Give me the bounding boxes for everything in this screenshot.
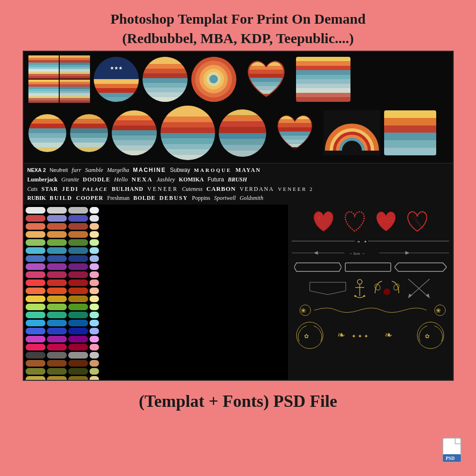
color-palette-panel [24, 205, 123, 380]
banner-ribbon2 [344, 260, 392, 274]
font-sample: Jashley [157, 176, 175, 183]
page-wrapper: Photoshop Templat For Print On Demand (R… [0, 0, 476, 476]
font-sample: Cuteness [182, 186, 202, 193]
svg-text:❀: ❀ [435, 307, 440, 314]
svg-line-18 [413, 214, 422, 229]
main-image-block: ★★★ [23, 51, 454, 381]
svg-text:→ love →: → love → [348, 251, 365, 256]
font-sample: Granite [62, 176, 79, 183]
font-sample: DEBUSY [160, 195, 189, 202]
font-sample: furr [72, 166, 81, 174]
rainbow-arc [323, 110, 380, 155]
font-sample: NEXA 2 [27, 167, 46, 173]
svg-point-35 [363, 295, 365, 297]
svg-marker-42 [408, 294, 412, 298]
svg-text:PSD: PSD [446, 456, 455, 461]
font-sample: Neufreit [50, 167, 68, 173]
svg-text:✿: ✿ [304, 333, 309, 340]
svg-point-34 [354, 295, 356, 297]
svg-line-17 [411, 216, 424, 228]
floral-ornament: ❀ ❀ [292, 303, 449, 317]
fonts-section: NEXA 2 Neufreit furr Samble Margelha MAC… [24, 163, 453, 205]
right-deco-panel: ❧ ✦ → love → [288, 205, 453, 380]
wreath-circle1: ✿ [292, 320, 328, 351]
banner-ribbon1 [294, 260, 341, 274]
deco-heart4 [404, 209, 431, 234]
header-line1: Photoshop Templat For Print On Demand [110, 9, 366, 29]
svg-rect-14 [270, 139, 320, 143]
svg-point-37 [393, 283, 400, 291]
svg-text:❧: ❧ [337, 330, 345, 340]
header-title: Photoshop Templat For Print On Demand (R… [96, 0, 380, 51]
small-banner [309, 281, 347, 296]
header-line2: (Redbubbel, MBA, KDP, Teepublic....) [110, 29, 366, 48]
font-sample: Margelha [107, 167, 129, 174]
font-sample: MAYAN [235, 167, 261, 174]
concentric-circle [191, 57, 236, 102]
font-sample: BUILD [50, 195, 72, 202]
svg-point-52 [417, 322, 444, 349]
font-sample: Subway [170, 167, 190, 173]
svg-rect-15 [270, 144, 320, 147]
svg-marker-41 [426, 294, 430, 298]
font-sample: Futura [207, 176, 224, 183]
font-sample: BRUSH [228, 176, 247, 183]
font-sample: Sportwell [214, 195, 236, 202]
font-sample: RUBIK [27, 195, 46, 202]
font-sample: DOODLE [83, 176, 110, 183]
font-sample: MACHINE [133, 167, 166, 173]
svg-point-36 [374, 283, 381, 291]
svg-rect-0 [241, 62, 291, 65]
grunge-heart [240, 57, 292, 102]
svg-text:✦ ✦ ✦: ✦ ✦ ✦ [351, 333, 368, 340]
svg-text:✿: ✿ [425, 333, 430, 340]
font-sample: MAROQUE [194, 167, 232, 173]
font-sample: VENEER [147, 186, 178, 193]
bottom-section: ❧ ✦ → love → [24, 205, 453, 380]
laurel-wreath [373, 277, 401, 300]
wreath-circle2: ✿ [413, 320, 449, 351]
svg-rect-11 [270, 127, 320, 131]
svg-rect-30 [345, 263, 391, 271]
retro-circle-md1 [112, 110, 157, 155]
svg-point-38 [384, 288, 390, 295]
retro-circle-sm2 [70, 114, 108, 152]
center-black-area [123, 205, 288, 380]
svg-rect-6 [241, 86, 291, 90]
svg-text:❀: ❀ [300, 307, 305, 314]
vintage-stripe-rect2 [384, 110, 436, 155]
grunge-heart2 [270, 110, 320, 155]
font-sample: STAR [42, 186, 58, 193]
svg-rect-12 [270, 131, 320, 135]
svg-rect-13 [270, 135, 320, 139]
retro-circle-sm1 [28, 114, 66, 152]
font-sample: KOMIKA [179, 176, 204, 183]
font-sample: Freshman [107, 195, 129, 202]
font-sample: COOPER [76, 195, 103, 202]
retro-circle-md2 [219, 109, 266, 157]
divider-ornament2: → love → [292, 248, 449, 258]
font-sample: JEDI [62, 186, 79, 193]
star-semicircle: ★★★ [94, 57, 139, 102]
svg-rect-5 [241, 81, 291, 85]
font-sample: VERDANA [240, 186, 274, 193]
divider-ornament1: ❧ ✦ [292, 237, 449, 245]
deco-heart3 [372, 209, 400, 234]
font-sample: Samble [85, 166, 103, 174]
svg-rect-4 [241, 78, 291, 81]
font-sample: Lumberjack [27, 176, 58, 183]
anchor-icon [351, 278, 368, 299]
font-sample: BULHAND [112, 186, 144, 193]
bottom-divider: ❧ ✦ ✦ ✦ ❧ [332, 329, 408, 343]
carbon-font: CARBON [207, 185, 236, 193]
banner-ribbon3 [395, 260, 447, 274]
psd-file-icon: PSD [442, 437, 466, 467]
font-sample: VENEER 2 [278, 186, 314, 192]
svg-point-31 [357, 279, 362, 284]
svg-point-47 [296, 322, 323, 349]
svg-marker-24 [314, 251, 318, 254]
retro-section: ★★★ [24, 52, 453, 163]
svg-rect-8 [270, 116, 320, 119]
footer-label: (Templat + Fonts) PSD File [139, 381, 337, 415]
font-sample: PALACE [82, 186, 108, 192]
